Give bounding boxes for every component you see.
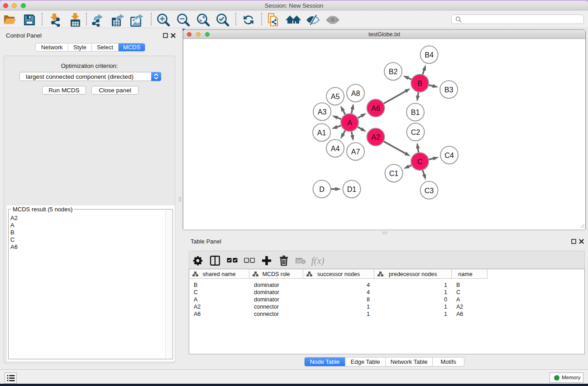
svg-text:C4: C4: [445, 152, 454, 159]
svg-text:A2: A2: [371, 133, 380, 141]
svg-text:A3: A3: [318, 108, 327, 116]
svg-text:B: B: [417, 80, 422, 87]
svg-text:A1: A1: [317, 129, 326, 137]
svg-text:C3: C3: [425, 187, 434, 195]
svg-text:D: D: [319, 186, 325, 193]
svg-text:D1: D1: [347, 186, 357, 193]
svg-text:A7: A7: [351, 148, 360, 156]
svg-text:A5: A5: [331, 93, 340, 100]
svg-text:A8: A8: [351, 90, 360, 97]
svg-text:A: A: [347, 119, 352, 127]
svg-text:C2: C2: [411, 129, 421, 136]
svg-text:B4: B4: [425, 51, 434, 59]
svg-text:C1: C1: [389, 170, 399, 177]
svg-text:B3: B3: [445, 86, 454, 94]
svg-text:A4: A4: [331, 145, 340, 152]
svg-text:A6: A6: [371, 105, 380, 112]
svg-text:B2: B2: [389, 68, 398, 76]
svg-text:B1: B1: [411, 109, 420, 116]
svg-text:C: C: [417, 158, 423, 166]
